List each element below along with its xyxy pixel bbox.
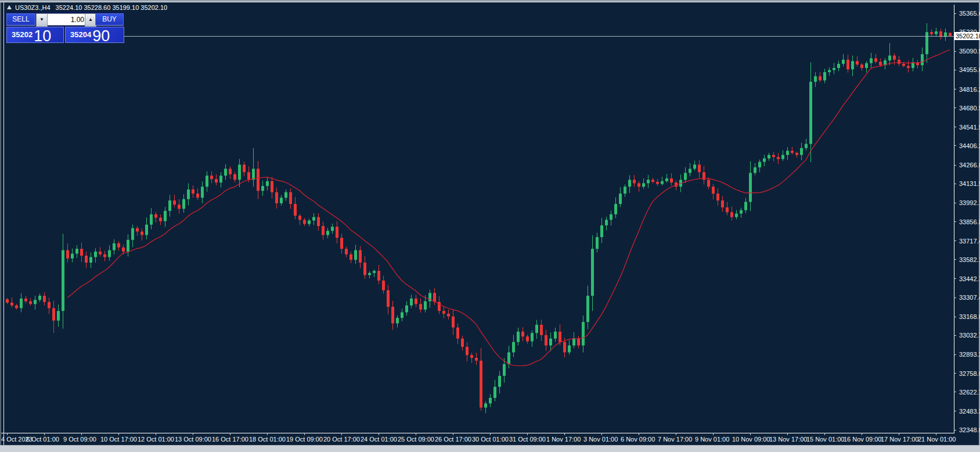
window-left-edge [0,2,1,452]
price-axis-label: 33442.7 [959,275,980,282]
time-tick [862,433,862,435]
sell-button[interactable]: SELL [6,13,35,26]
triangle-up-icon: ▲ [88,17,93,22]
price-tick [954,317,956,317]
time-axis-label: 30 Oct 01:00 [472,436,509,443]
volume-decrease-button[interactable]: ▼ [36,13,48,27]
price-tick [954,145,956,146]
chart-top-border [0,2,980,2]
time-axis-label: 6 Oct 01:00 [26,436,59,443]
price-tick [954,221,956,222]
time-axis-label: 13 Oct 09:00 [175,436,211,443]
current-price-badge: 35202.10 [954,32,980,40]
time-axis-label: 16 Oct 17:00 [212,436,248,443]
price-tick [954,278,956,279]
time-tick [824,433,825,435]
price-axis-label: 34266.8 [959,162,980,168]
price-tick [954,184,956,184]
price-axis-label: 34955.6 [959,66,980,73]
time-axis-label: 20 Oct 17:00 [323,436,360,443]
price-tick [954,411,956,411]
price-axis-label: 34131.5 [959,180,980,187]
candlestick-canvas[interactable] [5,5,954,433]
price-axis-label: 33856.8 [959,218,980,225]
moving-average-line [67,50,950,366]
price-axis-label: 34680.9 [959,105,980,112]
time-tick [676,433,676,435]
time-axis-label: 10 Oct 17:00 [100,436,137,443]
time-axis-label: 13 Nov 17:00 [769,436,807,443]
volume-increase-button[interactable]: ▲ [85,13,96,27]
buy-price-tile[interactable]: 3520490 [65,27,124,43]
chart-left-border [3,2,4,445]
one-click-trading-panel: SELL ▼ ▲ BUY 3520210 3520490 [5,12,124,43]
time-axis-label: 12 Oct 01:00 [138,436,174,443]
buy-price-main: 35204 [70,30,91,39]
volume-input[interactable] [47,13,87,26]
time-tick [267,433,268,435]
time-axis-label: 9 Oct 09:00 [63,436,96,443]
sell-price-tile[interactable]: 3520210 [6,27,64,43]
price-axis-label: 32758.0 [959,370,980,377]
time-axis-label: 1 Nov 17:00 [546,436,581,443]
price-tick [954,354,956,355]
price-axis[interactable]: 35365.635230.335090.934955.634816.234680… [954,5,980,433]
bottom-scroll-strip[interactable] [0,445,980,452]
price-axis-label: 35090.9 [959,48,980,55]
price-axis-label: 33582.1 [959,256,980,263]
time-tick [564,433,565,435]
price-axis-label: 32622.7 [959,389,980,396]
time-axis-label: 25 Oct 09:00 [398,436,434,443]
time-tick [601,433,602,435]
current-price-line [5,36,954,37]
price-tick [954,297,956,298]
chart-window: US30Z3.,H435224.10 35228.60 35199.10 352… [0,0,980,452]
symbol-marker-icon [7,5,12,9]
time-axis-label: 10 Nov 09:00 [732,436,770,443]
triangle-down-icon: ▼ [39,17,44,22]
price-axis-label: 33307.4 [959,294,980,301]
time-tick [193,433,193,435]
time-axis-label: 16 Nov 09:00 [844,436,881,443]
time-tick [341,433,342,435]
time-tick [787,433,788,435]
sell-price-main: 35202 [12,30,33,39]
time-axis-label: 21 Nov 01:00 [918,436,956,443]
time-axis-label: 3 Nov 01:00 [583,436,618,443]
time-tick [81,433,82,435]
time-axis-label: 17 Nov 17:00 [881,436,918,443]
time-axis-label: 18 Oct 01:00 [249,436,286,443]
time-axis-label: 26 Oct 17:00 [435,436,471,443]
time-tick [44,433,45,435]
price-axis-label: 32483.3 [959,408,980,415]
time-tick [156,433,156,435]
time-axis[interactable]: 4 Oct 20236 Oct 01:009 Oct 09:0010 Oct 1… [0,433,954,445]
price-axis-label: 34816.2 [959,86,980,93]
time-tick [639,433,639,435]
time-tick [527,433,528,435]
time-tick [7,433,8,435]
price-tick [954,70,956,70]
price-axis-label: 34406.2 [959,142,980,149]
price-axis-label: 33032.7 [959,332,980,339]
buy-button[interactable]: BUY [95,13,124,26]
sell-price-pips: 10 [34,27,51,43]
price-axis-label: 32893.3 [959,351,980,358]
symbol-ohlc-header: US30Z3.,H435224.10 35228.60 35199.10 352… [7,4,167,12]
candlestick-plot-area[interactable] [5,5,954,433]
price-tick [954,335,956,336]
price-tick [954,165,956,166]
price-tick [954,89,956,89]
time-tick [416,433,416,435]
time-axis-label: 19 Oct 09:00 [286,436,323,443]
time-tick [118,433,119,435]
price-axis-label: 33717.4 [959,238,980,245]
time-axis-label: 6 Nov 09:00 [621,436,655,443]
time-axis-label: 24 Oct 01:00 [361,436,397,443]
price-tick [954,259,956,260]
price-tick [954,241,956,241]
time-tick [713,433,714,435]
price-tick [954,392,956,392]
symbol-name: US30Z3.,H4 [15,4,51,11]
price-axis-label: 33992.1 [959,199,980,206]
